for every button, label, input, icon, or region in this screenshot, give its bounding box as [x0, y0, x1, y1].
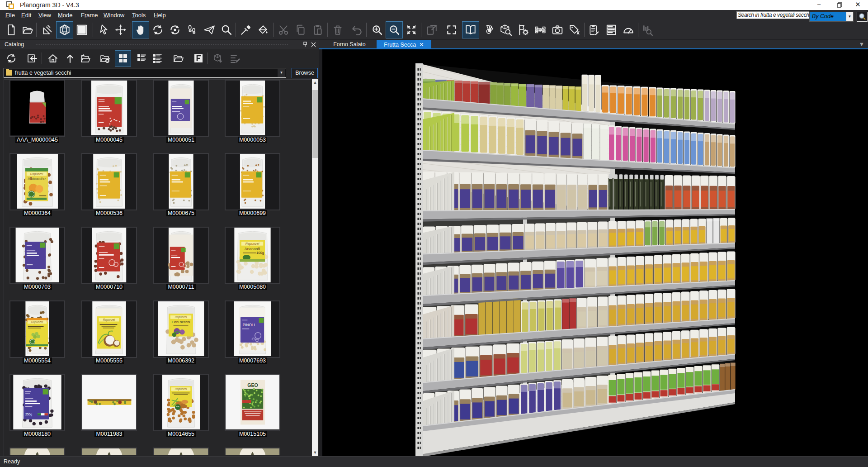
svg-text:PINOLI: PINOLI [243, 323, 255, 327]
svg-text:Rapunzel: Rapunzel [245, 242, 259, 246]
svg-text:Albicocche: Albicocche [28, 177, 46, 181]
svg-text:Rapunzel: Rapunzel [30, 172, 43, 176]
svg-text:250g: 250g [25, 413, 32, 416]
svg-text:GEO: GEO [247, 382, 258, 388]
svg-text:Rapunzel: Rapunzel [31, 320, 43, 324]
svg-text:Rapunzel: Rapunzel [175, 315, 187, 319]
svg-text:Rapunzel: Rapunzel [103, 318, 115, 322]
svg-text:Fichi secchi: Fichi secchi [172, 320, 190, 324]
svg-text:Rapunzel: Rapunzel [175, 387, 187, 391]
svg-text:100g: 100g [256, 251, 264, 255]
